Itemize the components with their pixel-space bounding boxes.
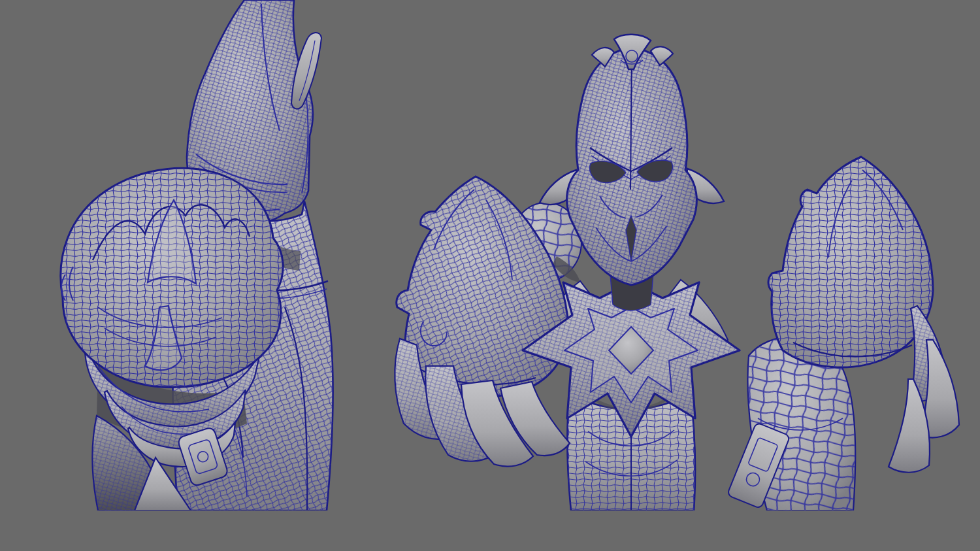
wireframe-render-image (0, 0, 980, 551)
pauldron-dome (61, 168, 283, 387)
viewport-3d-render (0, 0, 980, 551)
